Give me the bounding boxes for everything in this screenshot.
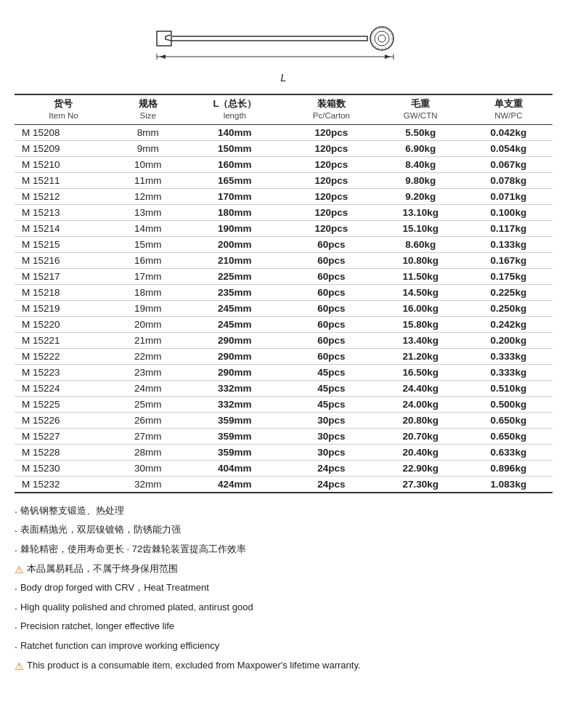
table-cell: M 15227 bbox=[15, 428, 113, 444]
table-cell: 8mm bbox=[113, 124, 184, 140]
table-row: M 1521313mm180mm120pcs13.10kg0.100kg bbox=[15, 204, 552, 220]
table-cell: 20mm bbox=[113, 316, 184, 332]
table-cell: 200mm bbox=[184, 236, 287, 252]
table-cell: 245mm bbox=[184, 316, 287, 332]
bullet-icon: · bbox=[15, 502, 17, 522]
table-row: M 1522525mm332mm45pcs24.00kg0.500kg bbox=[15, 396, 552, 412]
table-header: 货号 Item No 规格 Size L（总长） length 装箱数 Pc/C… bbox=[15, 94, 552, 124]
table-cell: 16mm bbox=[113, 252, 184, 268]
table-cell: 0.078kg bbox=[465, 172, 552, 188]
table-cell: 120pcs bbox=[286, 140, 376, 156]
table-cell: M 15217 bbox=[15, 268, 113, 284]
table-cell: 20.70kg bbox=[377, 428, 465, 444]
table-cell: 404mm bbox=[184, 460, 287, 476]
table-cell: M 15224 bbox=[15, 380, 113, 396]
wrench-illustration bbox=[150, 20, 418, 71]
table-cell: 60pcs bbox=[286, 332, 376, 348]
table-cell: 0.333kg bbox=[465, 348, 552, 364]
bullet-icon: · bbox=[15, 637, 17, 657]
table-cell: 16.50kg bbox=[377, 364, 465, 380]
svg-marker-8 bbox=[160, 54, 166, 59]
table-cell: 15.80kg bbox=[377, 316, 465, 332]
table-row: M 1521616mm210mm60pcs10.80kg0.167kg bbox=[15, 252, 552, 268]
table-cell: 170mm bbox=[184, 188, 287, 204]
table-cell: M 15219 bbox=[15, 300, 113, 316]
table-row: M 1521515mm200mm60pcs8.60kg0.133kg bbox=[15, 236, 552, 252]
col-gw: 毛重 GW/CTN bbox=[377, 94, 465, 124]
table-cell: 30pcs bbox=[286, 412, 376, 428]
table-cell: 290mm bbox=[184, 364, 287, 380]
table-cell: 160mm bbox=[184, 156, 287, 172]
table-cell: 19mm bbox=[113, 300, 184, 316]
table-body: M 152088mm140mm120pcs5.50kg0.042kgM 1520… bbox=[15, 124, 552, 493]
table-cell: 18mm bbox=[113, 284, 184, 300]
table-cell: 210mm bbox=[184, 252, 287, 268]
note-text: Body drop forged with CRV，Heat Treatment bbox=[20, 579, 209, 597]
table-cell: M 15211 bbox=[15, 172, 113, 188]
table-cell: 0.896kg bbox=[465, 460, 552, 476]
table-row: M 1523030mm404mm24pcs22.90kg0.896kg bbox=[15, 460, 552, 476]
table-cell: 20.40kg bbox=[377, 444, 465, 460]
table-cell: 165mm bbox=[184, 172, 287, 188]
table-cell: 0.175kg bbox=[465, 268, 552, 284]
table-cell: M 15228 bbox=[15, 444, 113, 460]
table-cell: 190mm bbox=[184, 220, 287, 236]
table-cell: 120pcs bbox=[286, 156, 376, 172]
table-cell: 11mm bbox=[113, 172, 184, 188]
table-cell: 0.225kg bbox=[465, 284, 552, 300]
table-cell: 245mm bbox=[184, 300, 287, 316]
note-text: Precision ratchet, longer effective life bbox=[20, 618, 174, 636]
table-cell: 60pcs bbox=[286, 236, 376, 252]
table-cell: M 15209 bbox=[15, 140, 113, 156]
note-line: ·Body drop forged with CRV，Heat Treatmen… bbox=[15, 579, 552, 599]
table-cell: 30pcs bbox=[286, 444, 376, 460]
length-label: L bbox=[22, 71, 545, 84]
table-cell: 32mm bbox=[113, 476, 184, 493]
table-cell: 24.00kg bbox=[377, 396, 465, 412]
table-cell: 8.40kg bbox=[377, 156, 465, 172]
table-cell: M 15214 bbox=[15, 220, 113, 236]
table-row: M 1522727mm359mm30pcs20.70kg0.650kg bbox=[15, 428, 552, 444]
table-cell: 60pcs bbox=[286, 284, 376, 300]
table-row: M 1521414mm190mm120pcs15.10kg0.117kg bbox=[15, 220, 552, 236]
table-cell: M 15215 bbox=[15, 236, 113, 252]
note-text: 棘轮精密，使用寿命更长 · 72齿棘轮装置提高工作效率 bbox=[20, 541, 246, 559]
svg-point-2 bbox=[375, 31, 389, 46]
table-cell: 0.071kg bbox=[465, 188, 552, 204]
table-cell: 0.042kg bbox=[465, 124, 552, 140]
table-cell: 150mm bbox=[184, 140, 287, 156]
table-cell: 0.067kg bbox=[465, 156, 552, 172]
table-cell: 13.40kg bbox=[377, 332, 465, 348]
svg-point-3 bbox=[378, 35, 386, 42]
table-cell: M 15208 bbox=[15, 124, 113, 140]
table-cell: 0.250kg bbox=[465, 300, 552, 316]
table-cell: M 15213 bbox=[15, 204, 113, 220]
table-cell: 17mm bbox=[113, 268, 184, 284]
table-cell: 45pcs bbox=[286, 364, 376, 380]
table-cell: 8.60kg bbox=[377, 236, 465, 252]
table-cell: 26mm bbox=[113, 412, 184, 428]
table-cell: 0.054kg bbox=[465, 140, 552, 156]
table-cell: 28mm bbox=[113, 444, 184, 460]
table-cell: 0.500kg bbox=[465, 396, 552, 412]
table-cell: 290mm bbox=[184, 348, 287, 364]
col-item-no: 货号 Item No bbox=[15, 94, 113, 124]
bullet-icon: · bbox=[15, 599, 17, 618]
note-line: ·铬钒钢整支锻造、热处理 bbox=[15, 502, 552, 522]
table-cell: 14mm bbox=[113, 220, 184, 236]
table-cell: 24pcs bbox=[286, 476, 376, 493]
note-text: 表面精抛光，双层镍镀铬，防锈能力强 bbox=[20, 521, 181, 539]
table-cell: 0.333kg bbox=[465, 364, 552, 380]
table-cell: 15.10kg bbox=[377, 220, 465, 236]
table-row: M 1521717mm225mm60pcs11.50kg0.175kg bbox=[15, 268, 552, 284]
table-cell: 120pcs bbox=[286, 172, 376, 188]
table-cell: 9.20kg bbox=[377, 188, 465, 204]
product-table: 货号 Item No 规格 Size L（总长） length 装箱数 Pc/C… bbox=[15, 94, 552, 493]
bullet-icon: · bbox=[15, 579, 17, 599]
table-cell: M 15216 bbox=[15, 252, 113, 268]
note-line: ·Precision ratchet, longer effective lif… bbox=[15, 618, 552, 637]
table-cell: 60pcs bbox=[286, 316, 376, 332]
table-cell: 180mm bbox=[184, 204, 287, 220]
table-cell: 0.117kg bbox=[465, 220, 552, 236]
table-cell: 10.80kg bbox=[377, 252, 465, 268]
